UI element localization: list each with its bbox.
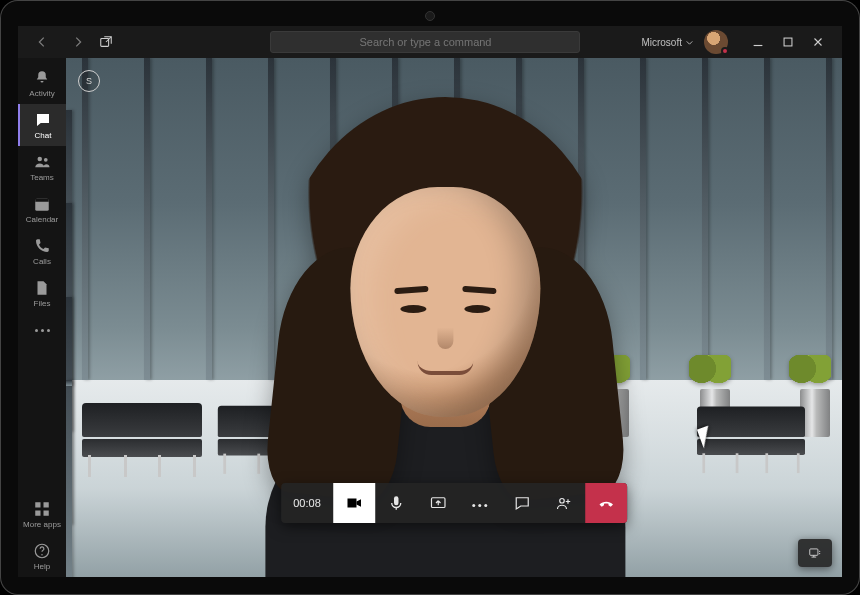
rail-teams[interactable]: Teams: [18, 146, 66, 188]
show-conversation-button[interactable]: [501, 483, 543, 523]
nav-forward-button[interactable]: [64, 28, 92, 56]
titlebar: Microsoft: [18, 26, 842, 58]
svg-point-11: [41, 554, 43, 556]
rail-files[interactable]: Files: [18, 272, 66, 314]
more-actions-button[interactable]: [459, 483, 501, 523]
svg-point-16: [819, 551, 820, 552]
svg-rect-5: [35, 199, 49, 202]
profile-avatar[interactable]: [704, 30, 728, 54]
file-icon: [33, 279, 51, 297]
device-camera-icon: [425, 11, 435, 21]
device-icon: [808, 546, 822, 560]
help-icon: [33, 542, 51, 560]
ellipsis-icon: [33, 321, 51, 335]
rail-activity[interactable]: Activity: [18, 62, 66, 104]
svg-rect-8: [35, 511, 40, 516]
toggle-mic-button[interactable]: [375, 483, 417, 523]
share-icon: [429, 494, 447, 512]
app-window: Microsoft: [18, 26, 842, 577]
rail-help[interactable]: Help: [18, 535, 66, 577]
window-close-button[interactable]: [804, 28, 832, 56]
people-icon: [33, 153, 51, 171]
org-label: Microsoft: [641, 37, 682, 48]
hang-up-button[interactable]: [585, 483, 627, 523]
rail-calendar[interactable]: Calendar: [18, 188, 66, 230]
window-minimize-button[interactable]: [744, 28, 772, 56]
rail-more[interactable]: [18, 314, 66, 341]
chat-icon: [34, 111, 52, 129]
rail-more-apps[interactable]: More apps: [18, 493, 66, 535]
background-chair: [82, 403, 202, 473]
call-control-bar: 00:08: [281, 483, 627, 523]
app-rail: Activity Chat Teams Calendar Calls: [18, 58, 66, 577]
svg-point-17: [819, 553, 820, 554]
video-icon: [345, 494, 363, 512]
new-window-button[interactable]: [92, 28, 120, 56]
rail-chat[interactable]: Chat: [18, 104, 66, 146]
svg-point-3: [44, 158, 48, 162]
presence-badge: [721, 47, 729, 55]
svg-rect-9: [44, 511, 49, 516]
phone-icon: [33, 237, 51, 255]
device-settings-button[interactable]: [798, 539, 832, 567]
svg-point-2: [38, 157, 43, 162]
svg-rect-12: [394, 496, 399, 505]
hangup-icon: [597, 494, 615, 512]
bell-icon: [33, 69, 51, 87]
video-stage: S 00:08: [66, 58, 842, 577]
apps-icon: [33, 500, 51, 518]
svg-point-14: [559, 499, 564, 504]
search-input[interactable]: [270, 31, 580, 53]
svg-rect-6: [35, 502, 40, 507]
call-timer: 00:08: [281, 497, 333, 509]
chevron-down-icon: [685, 38, 694, 47]
window-maximize-button[interactable]: [774, 28, 802, 56]
nav-back-button[interactable]: [28, 28, 56, 56]
svg-rect-7: [44, 502, 49, 507]
show-participants-button[interactable]: [543, 483, 585, 523]
participants-icon: [555, 494, 573, 512]
org-switcher[interactable]: Microsoft: [641, 37, 694, 48]
tablet-bezel: Microsoft: [0, 0, 860, 595]
search-box[interactable]: [270, 31, 580, 53]
svg-rect-15: [810, 549, 818, 555]
ellipsis-icon: [471, 496, 489, 510]
rail-calls[interactable]: Calls: [18, 230, 66, 272]
toggle-camera-button[interactable]: [333, 483, 375, 523]
microphone-icon: [387, 494, 405, 512]
org-initial-badge[interactable]: S: [78, 70, 100, 92]
svg-rect-0: [101, 39, 109, 47]
share-screen-button[interactable]: [417, 483, 459, 523]
calendar-icon: [33, 195, 51, 213]
chat-bubble-icon: [513, 494, 531, 512]
svg-rect-1: [784, 38, 792, 46]
